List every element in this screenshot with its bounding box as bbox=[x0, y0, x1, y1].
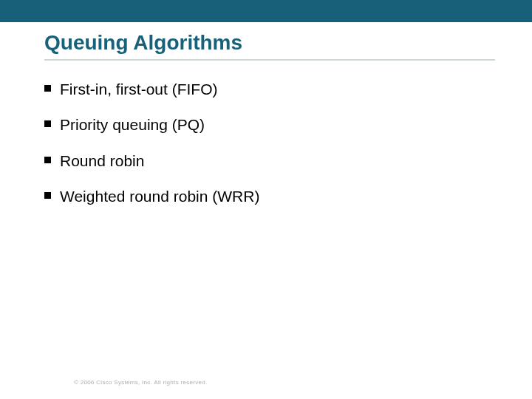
header-bar bbox=[0, 0, 532, 22]
bullet-icon bbox=[44, 157, 51, 163]
bullet-text: First-in, first-out (FIFO) bbox=[60, 80, 218, 99]
bullet-icon bbox=[44, 85, 51, 92]
bullet-icon bbox=[44, 120, 51, 127]
slide-title: Queuing Algorithms bbox=[44, 31, 495, 61]
bullet-text: Priority queuing (PQ) bbox=[60, 115, 205, 134]
list-item: Priority queuing (PQ) bbox=[44, 115, 488, 134]
bullet-text: Round robin bbox=[60, 151, 144, 171]
slide: Queuing Algorithms First-in, first-out (… bbox=[0, 0, 532, 399]
slide-content: First-in, first-out (FIFO) Priority queu… bbox=[44, 80, 488, 222]
bullet-text: Weighted round robin (WRR) bbox=[60, 187, 259, 206]
list-item: Round robin bbox=[44, 151, 488, 171]
list-item: Weighted round robin (WRR) bbox=[44, 187, 488, 206]
list-item: First-in, first-out (FIFO) bbox=[44, 80, 488, 99]
bullet-icon bbox=[44, 192, 51, 199]
footer-copyright: © 2006 Cisco Systems, Inc. All rights re… bbox=[74, 379, 208, 386]
